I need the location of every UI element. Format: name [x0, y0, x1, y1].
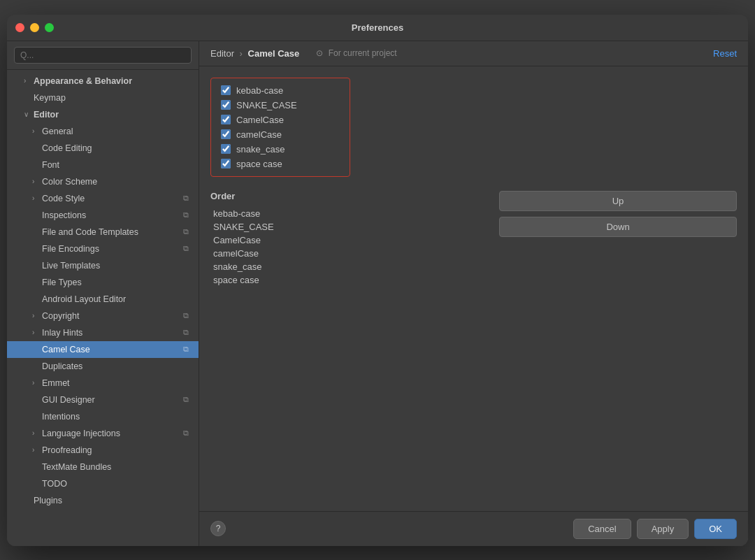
checkbox-label-camel-case-lower: camelCase [236, 129, 282, 140]
order-list-container: Order kebab-caseSNAKE_CASECamelCasecamel… [210, 191, 322, 287]
order-item[interactable]: snake_case [210, 260, 322, 273]
order-item[interactable]: SNAKE_CASE [210, 220, 322, 234]
checkbox-section: kebab-caseSNAKE_CASECamelCasecamelCasesn… [210, 78, 350, 177]
copy-icon: ⧉ [183, 328, 193, 338]
order-buttons: Up Down [499, 191, 737, 237]
order-item[interactable]: CamelCase [210, 234, 322, 247]
sidebar-item-emmet[interactable]: ›Emmet [7, 375, 199, 392]
cancel-button[interactable]: Cancel [573, 519, 631, 539]
checkbox-label-kebab-case: kebab-case [236, 85, 283, 96]
search-box [7, 41, 199, 70]
checkbox-space-case[interactable] [221, 159, 231, 168]
sidebar-item-textmate[interactable]: TextMate Bundles [7, 459, 199, 475]
sidebar-item-appearance[interactable]: ›Appearance & Behavior [7, 73, 199, 89]
copy-icon: ⧉ [183, 429, 193, 438]
sidebar-item-lang-injections[interactable]: ›Language Injections⧉ [7, 425, 199, 442]
copy-icon: ⧉ [183, 194, 193, 203]
sidebar-item-live-templates[interactable]: Live Templates [7, 257, 199, 274]
order-item[interactable]: camelCase [210, 247, 322, 260]
order-section: Order kebab-caseSNAKE_CASECamelCasecamel… [210, 191, 737, 287]
sidebar-item-duplicates[interactable]: Duplicates [7, 358, 199, 375]
checkbox-snake-case[interactable] [221, 144, 231, 154]
order-title: Order [210, 191, 322, 201]
checkbox-label-snake-case: snake_case [236, 144, 285, 155]
window-title: Preferences [352, 22, 403, 33]
breadcrumb-current: Camel Case [248, 48, 300, 59]
checkbox-camel-case-lower[interactable] [221, 129, 231, 139]
copy-icon: ⧉ [183, 210, 193, 220]
up-button[interactable]: Up [499, 191, 737, 211]
sidebar: ›Appearance & BehaviorKeymap∨Editor›Gene… [7, 41, 199, 546]
main-body: kebab-caseSNAKE_CASECamelCasecamelCasesn… [199, 66, 748, 511]
copy-icon: ⧉ [183, 227, 193, 237]
minimize-button[interactable] [30, 23, 39, 32]
copy-icon: ⧉ [183, 345, 193, 354]
checkbox-camel-case-upper[interactable] [221, 115, 231, 124]
checkbox-label-snake-case-upper: SNAKE_CASE [236, 100, 297, 110]
titlebar: Preferences [7, 15, 748, 41]
checkbox-row-space-case: space case [221, 159, 340, 169]
checkbox-label-camel-case-upper: CamelCase [236, 115, 284, 125]
breadcrumb-parent: Editor [210, 48, 234, 59]
sidebar-item-copyright[interactable]: ›Copyright⧉ [7, 308, 199, 324]
checkbox-snake-case-upper[interactable] [221, 100, 231, 110]
order-item[interactable]: kebab-case [210, 207, 322, 220]
main-header: Editor › Camel Case ⊙ For current projec… [199, 41, 748, 66]
sidebar-item-file-encodings[interactable]: File Encodings⧉ [7, 240, 199, 257]
sidebar-item-code-style[interactable]: ›Code Style⧉ [7, 190, 199, 207]
breadcrumb-sep: › [240, 48, 243, 59]
checkbox-row-camel-case-lower: camelCase [221, 129, 340, 140]
order-item[interactable]: space case [210, 273, 322, 287]
sidebar-item-todo[interactable]: TODO [7, 475, 199, 492]
copy-icon: ⧉ [183, 244, 193, 254]
sidebar-item-gui-designer[interactable]: GUI Designer⧉ [7, 392, 199, 408]
order-items: kebab-caseSNAKE_CASECamelCasecamelCasesn… [210, 207, 322, 287]
breadcrumb: Editor › Camel Case [210, 48, 299, 59]
sidebar-item-font[interactable]: Font [7, 157, 199, 173]
help-button[interactable]: ? [210, 521, 226, 536]
sidebar-item-general[interactable]: ›General [7, 123, 199, 140]
down-button[interactable]: Down [499, 217, 737, 237]
window-controls [15, 23, 54, 32]
ok-button[interactable]: OK [694, 519, 737, 539]
checkbox-label-space-case: space case [236, 159, 282, 169]
sidebar-item-file-code-templates[interactable]: File and Code Templates⧉ [7, 224, 199, 240]
checkbox-kebab-case[interactable] [221, 85, 231, 95]
main-panel: Editor › Camel Case ⊙ For current projec… [199, 41, 748, 546]
copy-icon: ⧉ [183, 395, 193, 405]
checkbox-row-snake-case-upper: SNAKE_CASE [221, 100, 340, 110]
content-area: ›Appearance & BehaviorKeymap∨Editor›Gene… [7, 41, 748, 546]
preferences-window: Preferences ›Appearance & BehaviorKeymap… [7, 15, 748, 546]
for-project-label: ⊙ For current project [316, 48, 396, 58]
checkbox-row-camel-case-upper: CamelCase [221, 115, 340, 125]
bottom-bar: ? Cancel Apply OK [199, 511, 748, 546]
sidebar-item-editor[interactable]: ∨Editor [7, 106, 199, 123]
checkbox-row-snake-case: snake_case [221, 144, 340, 155]
sidebar-item-plugins[interactable]: Plugins [7, 492, 199, 509]
sidebar-list: ›Appearance & BehaviorKeymap∨Editor›Gene… [7, 70, 199, 546]
sidebar-item-code-editing[interactable]: Code Editing [7, 140, 199, 157]
sidebar-item-keymap[interactable]: Keymap [7, 89, 199, 106]
reset-button[interactable]: Reset [713, 48, 737, 59]
maximize-button[interactable] [45, 23, 54, 32]
sidebar-item-inspections[interactable]: Inspections⧉ [7, 207, 199, 224]
sidebar-item-proofreading[interactable]: ›Proofreading [7, 442, 199, 459]
sidebar-item-file-types[interactable]: File Types [7, 274, 199, 291]
copy-icon: ⧉ [183, 311, 193, 321]
checkbox-row-kebab-case: kebab-case [221, 85, 340, 96]
sidebar-item-color-scheme[interactable]: ›Color Scheme [7, 173, 199, 190]
sidebar-item-inlay-hints[interactable]: ›Inlay Hints⧉ [7, 324, 199, 341]
sidebar-item-android-layout[interactable]: Android Layout Editor [7, 291, 199, 308]
apply-button[interactable]: Apply [637, 519, 689, 539]
close-button[interactable] [15, 23, 24, 32]
search-input[interactable] [14, 47, 192, 64]
sidebar-item-camel-case[interactable]: Camel Case⧉ [7, 341, 199, 358]
sidebar-item-intentions[interactable]: Intentions [7, 408, 199, 425]
